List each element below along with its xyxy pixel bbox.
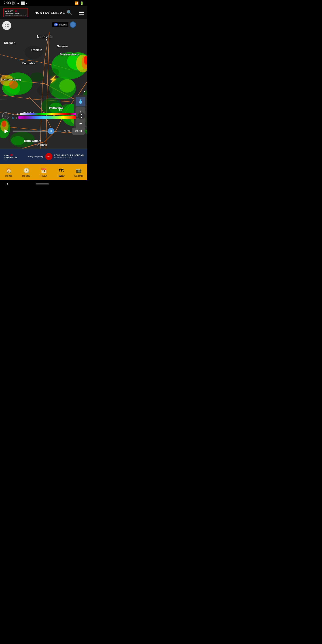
radar-nav-icon: 🗺 — [58, 168, 64, 174]
svg-point-6 — [9, 81, 18, 89]
legend-more-button[interactable]: ⋮ — [78, 112, 85, 120]
system-gesture-bar: ‹ — [0, 180, 87, 188]
photo-icon: 🖼 — [12, 1, 15, 5]
svg-point-24 — [2, 120, 6, 127]
sponsor-initials: C&J — [47, 156, 50, 158]
home-nav-icon: 🏠 — [6, 168, 12, 174]
status-time: 2:03 — [4, 1, 11, 5]
expand-icon — [4, 23, 9, 28]
app-logo: WAAY 31 STORMTRACKER EARLY WARNING RADAR… — [3, 8, 28, 17]
legend-bar-rain: ❄ ❅ — [11, 113, 76, 116]
wifi-icon: 📶 — [75, 1, 78, 5]
mapbox-icon: ⊙ — [54, 23, 58, 26]
mapbox-text: mapbox — [58, 24, 67, 26]
status-bar: 2:03 🖼 ☁ ⬜ ● 📶 🔋 — [0, 0, 87, 6]
logo-stormtracker-text: STORMTRACKER — [5, 13, 20, 14]
7day-nav-label: 7 Day — [40, 174, 47, 177]
back-arrow[interactable]: ‹ — [7, 182, 8, 186]
legend-info-button[interactable]: i — [2, 112, 10, 120]
rain-icon: 💧 — [78, 99, 83, 104]
nav-radar[interactable]: 🗺 Radar — [54, 168, 68, 177]
playback-controls: ▶ ⏸ NOW PAST — [0, 127, 87, 135]
menu-bar-3 — [79, 14, 84, 14]
svg-point-27 — [30, 72, 44, 82]
home-nav-label: Home — [5, 174, 12, 177]
radar-nav-label: Radar — [58, 174, 64, 177]
logo-box: WAAY 31 STORMTRACKER EARLY WARNING RADAR… — [3, 8, 28, 17]
top-nav: WAAY 31 STORMTRACKER EARLY WARNING RADAR… — [0, 6, 87, 19]
location-text: HUNTSVILLE, AL — [34, 11, 65, 14]
radar-legend: i ❄ ❅ 💧 ·/· ⋮ — [2, 112, 85, 120]
rain-gradient-bar — [20, 113, 76, 116]
svg-point-28 — [48, 68, 59, 76]
submit-nav-icon: 📷 — [76, 168, 82, 174]
status-left: 2:03 🖼 ☁ ⬜ ● — [4, 1, 27, 5]
cloud-layer-button[interactable]: ☁ — [76, 118, 86, 128]
now-indicator: NOW — [64, 130, 70, 132]
sponsor-subtitle: ATTORNEYS AT LAW — [54, 157, 84, 159]
dot-icon: ● — [26, 2, 27, 4]
svg-point-32 — [37, 85, 52, 96]
play-icon: ▶ — [4, 128, 8, 134]
nav-hourly[interactable]: 🕐 Hourly — [20, 168, 33, 177]
nav-home[interactable]: 🏠 Home — [2, 168, 16, 177]
timeline-thumb[interactable]: ⏸ — [48, 128, 54, 134]
snow-icon: ❄ — [11, 113, 15, 116]
cloud-icon: ☁ — [16, 1, 20, 5]
mapbox-logo: ⊙ mapbox — [52, 22, 68, 27]
snow-rain-icon: ❅ — [16, 113, 19, 116]
more-icon: ⋮ — [80, 113, 84, 118]
brought-by-text: Brought to you by — [28, 156, 44, 158]
pause-icon: ⏸ — [50, 130, 52, 132]
logo-waay-text: WAAY — [5, 10, 13, 13]
square-icon: ⬜ — [21, 1, 25, 5]
temp-gradient-bar — [18, 116, 76, 119]
logo-tagline: EARLY WARNING RADAR NETWORK — [5, 14, 26, 16]
timeline-track[interactable]: ⏸ — [12, 130, 62, 132]
hourly-nav-icon: 🕐 — [23, 168, 29, 174]
menu-bar-1 — [79, 11, 84, 12]
map-expand-button[interactable] — [2, 21, 11, 30]
banner-radar-text: RADAR — [4, 158, 8, 160]
legend-bar-other: 💧 ·/· — [11, 116, 76, 119]
logo-31-text: 31 — [14, 10, 18, 13]
nav-7day[interactable]: 📅 7 Day — [37, 168, 50, 177]
sponsor-badge: C&J — [45, 153, 52, 160]
sponsor-name: CONCHIN COLE & JORDAN — [54, 154, 84, 157]
svg-point-31 — [24, 46, 42, 59]
nav-submit[interactable]: 📷 Submit — [72, 168, 85, 177]
advertisement-banner: WAAY 31 STORMTRACKER RADAR Brought to yo… — [0, 148, 87, 164]
status-icons: 📶 🔋 — [75, 1, 84, 5]
banner-logo-box: WAAY 31 STORMTRACKER RADAR — [4, 153, 17, 160]
menu-button[interactable] — [79, 11, 84, 14]
play-button[interactable]: ▶ — [2, 127, 10, 135]
radar-map[interactable]: ⊙ mapbox Nashville Dickson Smyrna Frankl… — [0, 19, 87, 148]
legend-bars: ❄ ❅ 💧 ·/· — [11, 113, 76, 119]
info-circle — [70, 22, 76, 28]
location-display[interactable]: HUNTSVILLE, AL 🔍 — [34, 10, 72, 15]
info-icon: i — [5, 114, 6, 118]
past-button[interactable]: PAST — [72, 128, 85, 134]
precipitation-layer-button[interactable]: 💧 — [76, 96, 86, 106]
banner-stormtracker-text: STORMTRACKER — [4, 157, 17, 158]
7day-nav-icon: 📅 — [41, 168, 47, 174]
mapbox-attribution: ⊙ mapbox — [52, 22, 76, 28]
cloud-layer-icon: ☁ — [78, 120, 82, 126]
search-icon[interactable]: 🔍 — [67, 10, 72, 15]
hourly-nav-label: Hourly — [22, 174, 30, 177]
submit-nav-label: Submit — [74, 174, 82, 177]
banner-waay-logo: WAAY 31 STORMTRACKER RADAR — [4, 153, 17, 160]
home-indicator[interactable] — [36, 183, 49, 184]
menu-bar-2 — [79, 12, 84, 13]
sponsor-details: CONCHIN COLE & JORDAN ATTORNEYS AT LAW — [54, 154, 84, 159]
brought-by-label: Brought to you by — [28, 156, 44, 158]
svg-point-26 — [11, 136, 24, 145]
precipitation-icon: 💧 — [11, 117, 15, 119]
svg-point-13 — [59, 79, 75, 92]
now-label: NOW — [64, 130, 70, 132]
banner-logo-row: WAAY 31 — [4, 153, 14, 157]
banner-waay-text: WAAY — [4, 154, 10, 156]
legend-dots: ·/· — [16, 116, 18, 119]
sponsor-info: Brought to you by C&J CONCHIN COLE & JOR… — [28, 153, 84, 160]
battery-icon: 🔋 — [80, 1, 84, 5]
